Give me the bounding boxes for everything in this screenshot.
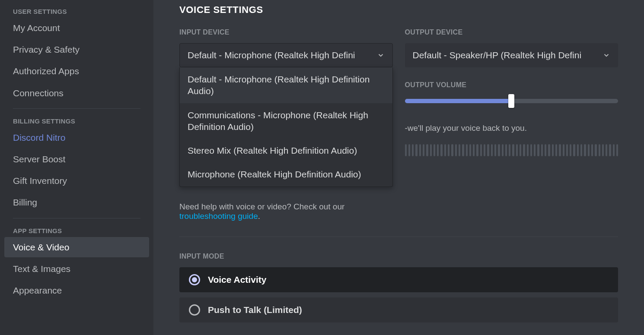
- sidebar-header-app: APP SETTINGS: [4, 224, 149, 237]
- mic-bar: [616, 144, 618, 156]
- mic-bar: [444, 144, 446, 156]
- mic-bar: [555, 144, 557, 156]
- mic-bar: [609, 144, 611, 156]
- sidebar-divider: [13, 218, 140, 218]
- mic-bar: [502, 144, 504, 156]
- output-volume-slider[interactable]: [405, 96, 618, 106]
- mic-bar: [469, 144, 471, 156]
- mic-bar: [602, 144, 604, 156]
- mic-bar: [573, 144, 575, 156]
- output-device-label: OUTPUT DEVICE: [405, 28, 618, 36]
- output-device-selected: Default - Speaker/HP (Realtek High Defin…: [413, 50, 599, 60]
- input-device-option[interactable]: Microphone (Realtek High Definition Audi…: [180, 162, 392, 186]
- input-mode-label: INPUT MODE: [179, 253, 618, 260]
- output-device-select[interactable]: Default - Speaker/HP (Realtek High Defin…: [405, 43, 618, 67]
- mic-bar: [473, 144, 475, 156]
- mic-bar: [534, 144, 536, 156]
- mic-bar: [455, 144, 457, 156]
- sidebar-item-text-images[interactable]: Text & Images: [4, 259, 149, 279]
- main-content: VOICE SETTINGS INPUT DEVICE Default - Mi…: [153, 0, 644, 335]
- input-device-option[interactable]: Default - Microphone (Realtek High Defin…: [180, 67, 392, 103]
- mic-bar: [563, 144, 564, 156]
- mic-bar: [509, 144, 510, 156]
- mic-bar: [466, 144, 468, 156]
- mic-bar: [408, 144, 410, 156]
- help-suffix: .: [258, 212, 260, 221]
- sidebar-item-connections[interactable]: Connections: [4, 83, 149, 103]
- mic-bar: [545, 144, 546, 156]
- slider-fill: [405, 99, 512, 103]
- input-device-option[interactable]: Stereo Mix (Realtek High Definition Audi…: [180, 139, 392, 162]
- sidebar-item-authorized-apps[interactable]: Authorized Apps: [4, 61, 149, 81]
- troubleshooting-link[interactable]: troubleshooting guide: [179, 212, 258, 221]
- sidebar-header-user: USER SETTINGS: [4, 4, 149, 18]
- input-device-option[interactable]: Communications - Microphone (Realtek Hig…: [180, 103, 392, 139]
- mic-test-text: -we'll play your voice back to you.: [405, 123, 618, 133]
- mic-bar: [613, 144, 615, 156]
- mic-bar: [434, 144, 435, 156]
- output-volume-label: OUTPUT VOLUME: [405, 81, 618, 89]
- mic-bar: [480, 144, 482, 156]
- mic-bar: [491, 144, 493, 156]
- radio-icon: [189, 274, 200, 285]
- mic-bar: [591, 144, 593, 156]
- mic-bar: [570, 144, 571, 156]
- input-device-label: INPUT DEVICE: [179, 28, 393, 36]
- device-row: INPUT DEVICE Default - Microphone (Realt…: [179, 28, 618, 221]
- output-device-column: OUTPUT DEVICE Default - Speaker/HP (Real…: [405, 28, 618, 221]
- mic-bar: [584, 144, 586, 156]
- mic-bar: [505, 144, 507, 156]
- mic-bar: [566, 144, 568, 156]
- sidebar-item-my-account[interactable]: My Account: [4, 18, 149, 38]
- mic-bar: [516, 144, 518, 156]
- mic-bar: [426, 144, 428, 156]
- mic-bar: [599, 144, 600, 156]
- mic-bar: [577, 144, 579, 156]
- output-volume-block: OUTPUT VOLUME: [405, 81, 618, 106]
- mic-bar: [437, 144, 439, 156]
- input-mode-section: INPUT MODE Voice Activity Push to Talk (…: [179, 253, 618, 322]
- mic-bar: [537, 144, 539, 156]
- mic-bar: [588, 144, 590, 156]
- mic-bar: [484, 144, 485, 156]
- sidebar-item-billing[interactable]: Billing: [4, 192, 149, 212]
- slider-thumb[interactable]: [508, 94, 514, 108]
- input-device-selected: Default - Microphone (Realtek High Defin…: [188, 50, 373, 60]
- mic-bar: [580, 144, 582, 156]
- input-mode-push-to-talk[interactable]: Push to Talk (Limited): [179, 297, 618, 322]
- mic-bar: [527, 144, 529, 156]
- mic-bar: [459, 144, 460, 156]
- mic-meter: [405, 144, 618, 156]
- mic-bar: [476, 144, 478, 156]
- mic-bar: [552, 144, 554, 156]
- mic-bar: [487, 144, 489, 156]
- mic-bar: [595, 144, 596, 156]
- mic-bar: [448, 144, 450, 156]
- input-device-dropdown: Default - Microphone (Realtek High Defin…: [179, 67, 393, 187]
- mic-bar: [440, 144, 442, 156]
- mic-bar: [606, 144, 607, 156]
- input-device-select[interactable]: Default - Microphone (Realtek High Defin…: [179, 43, 393, 67]
- mic-bar: [498, 144, 500, 156]
- input-mode-voice-activity[interactable]: Voice Activity: [179, 267, 618, 292]
- sidebar-item-appearance[interactable]: Appearance: [4, 280, 149, 300]
- slider-track: [405, 99, 618, 103]
- mic-bar: [419, 144, 421, 156]
- sidebar-item-discord-nitro[interactable]: Discord Nitro: [4, 127, 149, 148]
- mic-bar: [523, 144, 525, 156]
- mic-bar: [462, 144, 464, 156]
- sidebar-item-gift-inventory[interactable]: Gift Inventory: [4, 171, 149, 191]
- help-prefix: Need help with voice or video? Check out…: [179, 202, 344, 211]
- page-title: VOICE SETTINGS: [179, 0, 618, 28]
- mic-bar: [520, 144, 521, 156]
- mic-bar: [415, 144, 417, 156]
- sidebar-header-billing: BILLING SETTINGS: [4, 114, 149, 127]
- sidebar-item-privacy-safety[interactable]: Privacy & Safety: [4, 39, 149, 60]
- mic-bar: [548, 144, 550, 156]
- input-device-column: INPUT DEVICE Default - Microphone (Realt…: [179, 28, 393, 221]
- sidebar-item-server-boost[interactable]: Server Boost: [4, 149, 149, 169]
- section-divider: [179, 237, 618, 237]
- sidebar-item-voice-video[interactable]: Voice & Video: [4, 237, 149, 257]
- settings-sidebar: USER SETTINGS My Account Privacy & Safet…: [0, 0, 153, 335]
- mic-bar: [559, 144, 561, 156]
